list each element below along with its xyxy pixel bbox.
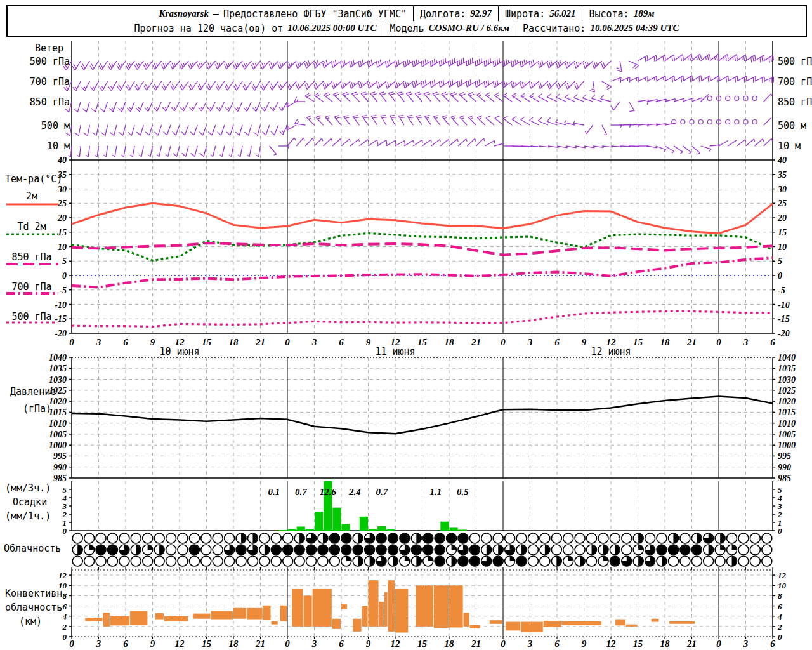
convective-panel: 121210108866442200 [58,567,787,642]
svg-text:11 июня: 11 июня [375,346,415,357]
svg-text:12: 12 [778,571,787,580]
svg-text:6: 6 [339,337,344,347]
svg-text:1015: 1015 [778,408,796,417]
svg-text:1015: 1015 [49,408,67,417]
svg-text:15: 15 [202,337,212,347]
convective-bar [416,585,433,627]
svg-text:10 июня: 10 июня [159,346,199,357]
wind-level-label-700hpa: 700 гПа [11,77,70,87]
convective-bar [332,619,341,629]
svg-text:6: 6 [554,639,560,649]
pressure-label: Давление [10,387,56,397]
convective-bar [626,625,637,627]
svg-text:21: 21 [471,639,481,649]
convective-bar [313,589,332,627]
svg-text:0.7: 0.7 [295,487,307,497]
svg-text:0: 0 [501,337,506,347]
svg-text:2: 2 [777,622,782,632]
svg-text:15: 15 [202,639,212,649]
precip-panel: 5544332211000.10.712.62.40.71.10.5 [62,481,783,536]
wind-level-label-500m-right: 500 м [778,121,806,131]
svg-text:9: 9 [150,337,155,347]
precip-label: Осадки [13,498,47,507]
convective-bar [263,606,271,620]
svg-text:9: 9 [582,639,587,649]
precip-bar [360,517,368,531]
precip-bar [386,529,395,531]
svg-text:1000: 1000 [49,441,67,450]
svg-text:21: 21 [686,337,697,347]
convective-bar [362,606,368,627]
svg-text:2: 2 [62,622,67,632]
convective-bar [304,595,312,626]
svg-text:6: 6 [554,337,560,347]
precip-bar [342,524,350,531]
svg-text:35: 35 [777,170,787,180]
convective-bar [85,618,102,621]
svg-text:-5: -5 [778,286,785,295]
precip-bar [288,529,296,531]
svg-text:10: 10 [778,242,787,252]
svg-text:0: 0 [62,271,67,281]
cloudiness-label: Облачность [4,544,61,554]
legend-label-500hpa: 500 гПа [0,312,63,322]
svg-text:1.1: 1.1 [429,487,442,497]
svg-text:25: 25 [777,199,787,208]
temperature-title: Тем-ра(°C) [5,175,62,184]
svg-text:3: 3 [96,337,102,347]
svg-text:3: 3 [527,337,533,347]
svg-text:20: 20 [777,213,787,223]
svg-text:9: 9 [366,639,371,649]
precip-unit1h-label: (мм/1ч.) [5,512,51,521]
svg-text:0: 0 [285,337,290,347]
svg-text:990: 990 [778,463,791,472]
wind-section-label: Ветер [35,44,63,53]
wind-level-label-500hpa: 500 гПа [11,57,70,67]
svg-text:15: 15 [417,337,428,347]
meteogram-canvas: 40403535303025252020151510105500-5-5-10-… [0,0,812,650]
pressure-unit-label: (гПа) [23,404,51,414]
svg-text:-15: -15 [778,314,790,324]
convective-bar [379,602,384,627]
svg-text:12 июня: 12 июня [591,346,631,357]
convective-label-2: облачность [5,603,62,613]
precip-bar [440,522,449,531]
svg-text:1005: 1005 [49,430,67,439]
svg-text:1035: 1035 [49,364,67,373]
convective-bar [669,621,695,624]
wind-level-label-10m-right: 10 м [778,142,801,151]
svg-text:18: 18 [229,639,239,649]
wind-barb-row-0 [63,54,773,72]
legend-label-2m: 2м [0,192,63,201]
svg-text:0.7: 0.7 [376,487,388,497]
convective-bar [247,608,263,620]
convective-bar [211,611,233,620]
wind-barb-row-2 [65,92,772,112]
svg-text:30: 30 [777,185,787,194]
convective-bar [384,592,388,627]
precip-bar [315,512,323,531]
svg-text:5: 5 [778,256,782,266]
svg-text:0: 0 [69,639,74,649]
svg-text:18: 18 [445,639,455,649]
svg-text:18: 18 [660,639,671,649]
svg-text:985: 985 [53,474,67,483]
precip-bar [332,508,341,531]
svg-text:1005: 1005 [778,430,796,439]
wind-barb-row-3 [65,116,771,136]
legend-label-700hpa: 700 гПа [0,282,63,292]
svg-text:1010: 1010 [778,419,796,428]
svg-text:4: 4 [62,612,67,621]
convective-bar [464,613,469,627]
svg-text:0: 0 [778,526,782,536]
convective-bar [652,619,659,622]
convective-label-1: Конвективн. [5,589,68,599]
svg-text:-10: -10 [55,300,67,310]
precip-bar [278,530,287,531]
svg-text:0: 0 [716,639,721,649]
svg-text:0: 0 [285,639,290,649]
svg-text:-20: -20 [778,329,790,338]
svg-text:20: 20 [57,213,67,223]
svg-text:12: 12 [391,639,401,649]
svg-text:0.5: 0.5 [457,487,469,497]
